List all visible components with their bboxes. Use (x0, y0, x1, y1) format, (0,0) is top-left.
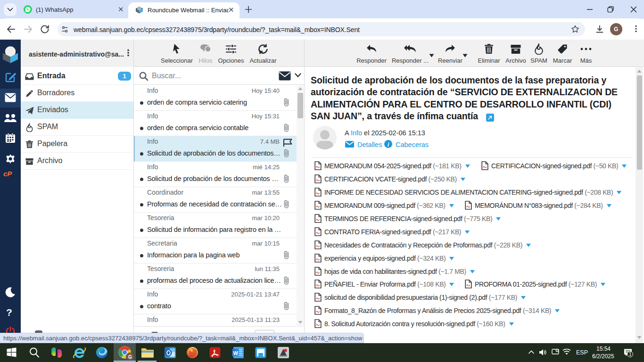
svg-text:W: W (233, 350, 239, 356)
